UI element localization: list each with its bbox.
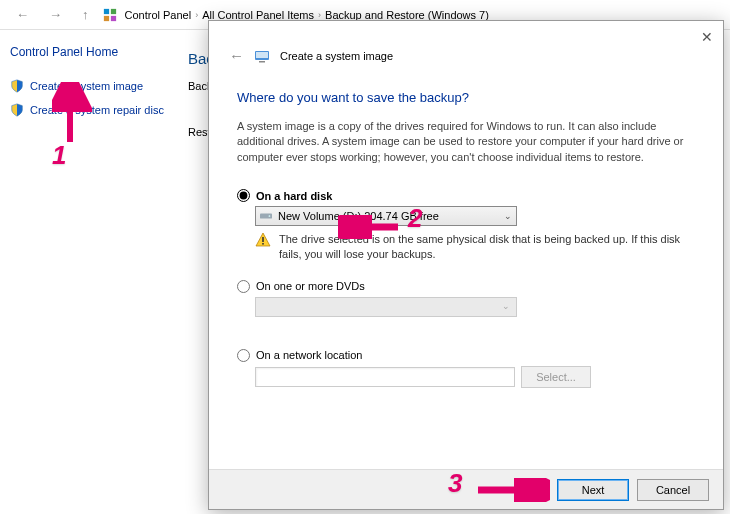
task-create-repair-disc[interactable]: Create a system repair disc [10, 103, 190, 117]
up-arrow[interactable]: ↑ [76, 5, 95, 24]
dialog-header: ← Create a system image [209, 21, 723, 72]
sidebar: Control Panel Home Create a system image… [10, 45, 190, 127]
breadcrumb-item[interactable]: Backup and Restore (Windows 7) [325, 9, 489, 21]
shield-icon [10, 79, 24, 93]
option-hard-disk[interactable]: On a hard disk [237, 189, 695, 202]
svg-rect-0 [103, 8, 108, 13]
task-label: Create a system image [30, 80, 143, 92]
svg-rect-6 [259, 61, 265, 63]
create-system-image-dialog: ✕ ← Create a system image Where do you w… [208, 20, 724, 510]
network-location-row: Select... [255, 366, 695, 388]
warning-icon [255, 232, 271, 248]
dialog-title: Create a system image [280, 50, 393, 62]
radio-label: On a network location [256, 349, 362, 361]
chevron-right-icon: › [318, 10, 321, 20]
next-button[interactable]: Next [557, 479, 629, 501]
system-image-icon [254, 48, 270, 64]
control-panel-home-link[interactable]: Control Panel Home [10, 45, 190, 59]
dialog-heading: Where do you want to save the backup? [237, 90, 695, 105]
hard-disk-dropdown[interactable]: New Volume (D:) 204.74 GB free ⌄ [255, 206, 517, 226]
task-label: Create a system repair disc [30, 104, 164, 116]
svg-rect-9 [262, 237, 264, 242]
control-panel-icon [103, 8, 117, 22]
option-network[interactable]: On a network location [237, 349, 695, 362]
dialog-footer: Next Cancel [209, 469, 723, 509]
breadcrumb-item[interactable]: All Control Panel Items [202, 9, 314, 21]
dialog-description: A system image is a copy of the drives r… [237, 119, 695, 165]
svg-rect-2 [103, 15, 108, 20]
svg-rect-10 [262, 243, 264, 245]
option-dvds[interactable]: On one or more DVDs [237, 280, 695, 293]
warning-text: The drive selected is on the same physic… [279, 232, 695, 262]
svg-rect-1 [110, 8, 115, 13]
cancel-button[interactable]: Cancel [637, 479, 709, 501]
hdd-icon [260, 211, 272, 221]
svg-rect-5 [256, 52, 268, 58]
task-create-system-image[interactable]: Create a system image [10, 79, 190, 93]
dialog-back-arrow[interactable]: ← [229, 47, 244, 64]
close-button[interactable]: ✕ [701, 29, 713, 45]
breadcrumb: Control Panel › All Control Panel Items … [125, 9, 489, 21]
shield-icon [10, 103, 24, 117]
breadcrumb-item[interactable]: Control Panel [125, 9, 192, 21]
select-network-button: Select... [521, 366, 591, 388]
radio-label: On a hard disk [256, 190, 332, 202]
svg-point-8 [269, 215, 271, 217]
dialog-body: Where do you want to save the backup? A … [209, 72, 723, 469]
radio-dvds[interactable] [237, 280, 250, 293]
annotation-badge-1: 1 [52, 140, 66, 171]
radio-label: On one or more DVDs [256, 280, 365, 292]
chevron-down-icon: ⌄ [504, 211, 512, 221]
dvd-dropdown-disabled: ⌄ [255, 297, 517, 317]
svg-rect-3 [110, 15, 115, 20]
warning-row: The drive selected is on the same physic… [255, 232, 695, 262]
chevron-right-icon: › [195, 10, 198, 20]
radio-network[interactable] [237, 349, 250, 362]
radio-hard-disk[interactable] [237, 189, 250, 202]
chevron-down-icon: ⌄ [502, 301, 510, 311]
back-arrow[interactable]: ← [10, 5, 35, 24]
forward-arrow[interactable]: → [43, 5, 68, 24]
dropdown-selected-value: New Volume (D:) 204.74 GB free [278, 210, 439, 222]
network-path-input[interactable] [255, 367, 515, 387]
